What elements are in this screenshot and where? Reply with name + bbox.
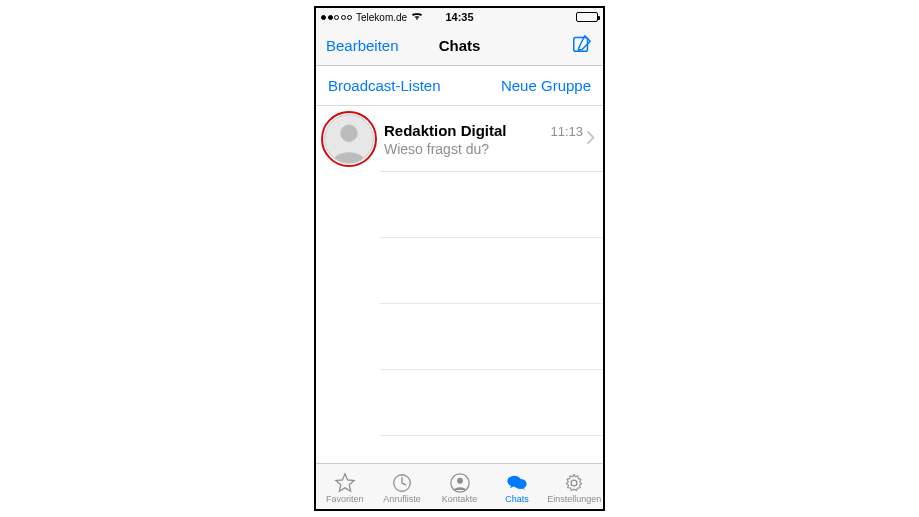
tab-label: Chats [505, 495, 529, 504]
list-separator [316, 370, 603, 436]
chat-time: 11:13 [550, 124, 583, 139]
chat-list[interactable]: Redaktion Digital 11:13 Wieso fragst du? [316, 106, 603, 463]
wifi-icon [411, 11, 423, 23]
battery-icon [576, 12, 598, 22]
tab-label: Favoriten [326, 495, 364, 504]
avatar [324, 114, 374, 164]
signal-strength-icon [321, 15, 352, 20]
chat-row[interactable]: Redaktion Digital 11:13 Wieso fragst du? [316, 106, 603, 172]
svg-point-5 [457, 477, 463, 483]
tab-bar: Favoriten Anrufliste Kontakte Chats [316, 463, 603, 509]
tab-recents[interactable]: Anrufliste [373, 464, 430, 509]
status-time: 14:35 [445, 11, 473, 23]
new-group-button[interactable]: Neue Gruppe [501, 77, 591, 94]
subheader: Broadcast-Listen Neue Gruppe [316, 66, 603, 106]
person-placeholder-icon [325, 115, 373, 163]
tab-label: Kontakte [442, 495, 478, 504]
gear-icon [562, 472, 586, 494]
list-separator [316, 304, 603, 370]
tab-chats[interactable]: Chats [488, 464, 545, 509]
chat-name: Redaktion Digital [384, 122, 507, 139]
clock-icon [390, 472, 414, 494]
nav-header: Bearbeiten Chats [316, 26, 603, 66]
svg-point-7 [514, 478, 527, 488]
tab-label: Anrufliste [383, 495, 421, 504]
phone-frame: Telekom.de 14:35 Bearbeiten Chats [314, 6, 605, 511]
chevron-right-icon [587, 130, 595, 148]
contact-icon [448, 472, 472, 494]
broadcast-lists-button[interactable]: Broadcast-Listen [328, 77, 441, 94]
chat-preview: Wieso fragst du? [384, 141, 583, 157]
list-separator [316, 172, 603, 238]
carrier-label: Telekom.de [356, 12, 407, 23]
tab-contacts[interactable]: Kontakte [431, 464, 488, 509]
svg-point-2 [340, 125, 357, 142]
page-title: Chats [439, 37, 481, 54]
chat-bubbles-icon [505, 472, 529, 494]
status-bar: Telekom.de 14:35 [316, 8, 603, 26]
compose-button[interactable] [571, 33, 593, 59]
svg-point-8 [571, 480, 577, 486]
tab-settings[interactable]: Einstellungen [546, 464, 603, 509]
compose-icon [571, 33, 593, 55]
tab-favorites[interactable]: Favoriten [316, 464, 373, 509]
edit-button[interactable]: Bearbeiten [326, 37, 399, 54]
star-icon [333, 472, 357, 494]
list-separator [316, 238, 603, 304]
tab-label: Einstellungen [547, 495, 601, 504]
